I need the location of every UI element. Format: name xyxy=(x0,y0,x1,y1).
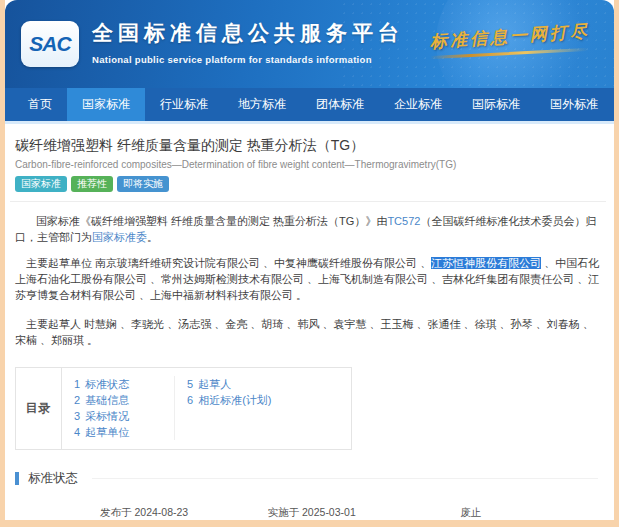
badge-national-standard: 国家标准 xyxy=(15,176,67,192)
nav-item-enterprise-standards[interactable]: 企业标准 xyxy=(379,88,457,121)
status-timeline: 发布于 2024-08-23 实施于 2025-03-01 废止 xyxy=(22,497,590,527)
standard-badges: 国家标准 推荐性 即将实施 xyxy=(10,176,606,192)
table-of-contents: 目录 1标准状态 2基础信息 3采标情况 4起草单位 5起草人 6相近标准(计划… xyxy=(15,367,352,450)
intro-paragraphs: 国家标准《碳纤维增强塑料 纤维质量含量的测定 热重分析法（TG）》由TC572（… xyxy=(10,213,606,348)
nav-item-foreign-standards[interactable]: 国外标准 xyxy=(535,88,613,121)
timeline-label-published: 发布于 2024-08-23 xyxy=(100,506,188,520)
paragraph-committee: 国家标准《碳纤维增强塑料 纤维质量含量的测定 热重分析法（TG）》由TC572（… xyxy=(15,213,600,245)
nav-item-national-standards[interactable]: 国家标准 xyxy=(67,88,145,121)
toc-link-similar-standards[interactable]: 6相近标准(计划) xyxy=(187,392,351,408)
timeline-node-published xyxy=(140,523,149,527)
toc-columns: 1标准状态 2基础信息 3采标情况 4起草单位 5起草人 6相近标准(计划) xyxy=(62,368,351,449)
nav-item-demonstration-pilot[interactable]: 示范试点 xyxy=(613,88,619,121)
site-subtitle: National public service platform for sta… xyxy=(92,54,404,65)
status-section-header: 标准状态 xyxy=(15,470,598,487)
status-section-title: 标准状态 xyxy=(28,470,78,487)
nav-item-local-standards[interactable]: 地方标准 xyxy=(223,88,301,121)
main-nav: 首页 国家标准 行业标准 地方标准 团体标准 企业标准 国际标准 国外标准 示范… xyxy=(5,88,614,121)
title-divider xyxy=(10,201,606,202)
badge-upcoming-implementation: 即将实施 xyxy=(117,176,169,192)
badge-recommended: 推荐性 xyxy=(71,176,113,192)
toc-link-basic-info[interactable]: 2基础信息 xyxy=(74,392,174,408)
p1-text3: 。 xyxy=(147,231,158,243)
timeline-label-abolished: 废止 xyxy=(460,506,481,520)
highlighted-company: 江苏恒神股份有限公司 xyxy=(431,257,541,269)
timeline-node-abolished xyxy=(466,523,475,527)
toc-link-standard-status[interactable]: 1标准状态 xyxy=(74,376,174,392)
toc-column-2: 5起草人 6相近标准(计划) xyxy=(174,376,351,440)
timeline-node-implemented xyxy=(307,523,316,527)
toc-link-drafting-units[interactable]: 4起草单位 xyxy=(74,424,174,440)
nav-item-group-standards[interactable]: 团体标准 xyxy=(301,88,379,121)
paragraph-drafters: 主要起草人 时慧娴 、李骁光 、汤志强 、金亮 、胡琦 、韩风 、袁宇慧 、王玉… xyxy=(15,316,600,348)
tc572-link[interactable]: TC572 xyxy=(387,215,420,227)
toc-link-adoption-status[interactable]: 3采标情况 xyxy=(74,408,174,424)
sac-authority-link[interactable]: 国家标准委 xyxy=(92,231,147,243)
nav-item-home[interactable]: 首页 xyxy=(13,88,67,121)
nav-bottom-strip xyxy=(5,121,614,124)
section-rule xyxy=(92,478,598,479)
main-content: 碳纤维增强塑料 纤维质量含量的测定 热重分析法（TG） Carbon-fibre… xyxy=(5,137,614,527)
site-header: SAC 全国标准信息公共服务平台 National public service… xyxy=(5,0,614,88)
standard-title-en: Carbon-fibre-reinforced composites—Deter… xyxy=(10,159,606,170)
toc-column-1: 1标准状态 2基础信息 3采标情况 4起草单位 xyxy=(62,376,174,440)
sac-logo-text: SAC xyxy=(29,32,70,56)
p1-text: 国家标准《碳纤维增强塑料 纤维质量含量的测定 热重分析法（TG）》由 xyxy=(36,215,387,227)
nav-item-industry-standards[interactable]: 行业标准 xyxy=(145,88,223,121)
nav-item-international-standards[interactable]: 国际标准 xyxy=(457,88,535,121)
toc-link-drafters[interactable]: 5起草人 xyxy=(187,376,351,392)
toc-label: 目录 xyxy=(16,368,62,449)
site-title: 全国标准信息公共服务平台 xyxy=(92,19,404,47)
sac-logo[interactable]: SAC xyxy=(21,21,79,67)
p2-text: 主要起草单位 南京玻璃纤维研究设计院有限公司 、中复神鹰碳纤维股份有限公司 、 xyxy=(26,257,431,269)
section-accent-bar xyxy=(15,472,19,485)
timeline-label-implemented: 实施于 2025-03-01 xyxy=(268,506,356,520)
paragraph-drafting-units: 主要起草单位 南京玻璃纤维研究设计院有限公司 、中复神鹰碳纤维股份有限公司 、江… xyxy=(15,255,600,303)
page: SAC 全国标准信息公共服务平台 National public service… xyxy=(0,0,619,527)
site-titles: 全国标准信息公共服务平台 National public service pla… xyxy=(92,19,404,65)
standard-title-zh: 碳纤维增强塑料 纤维质量含量的测定 热重分析法（TG） xyxy=(10,137,606,155)
